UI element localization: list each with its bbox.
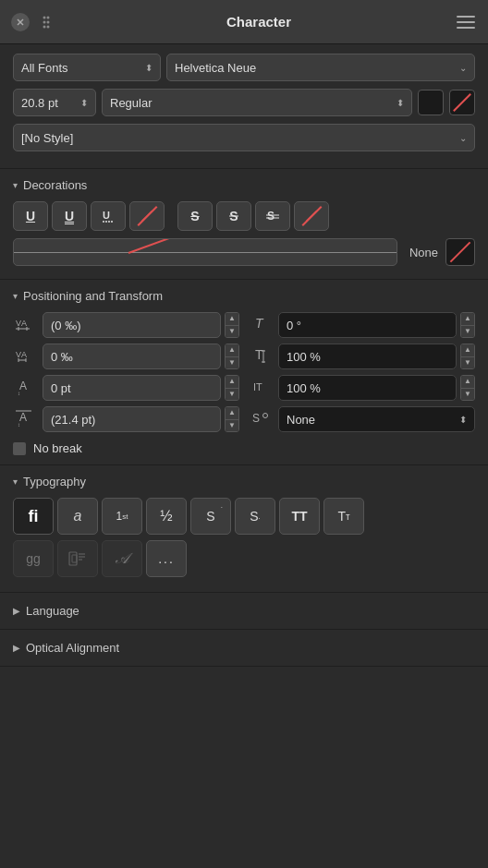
svg-point-6 [43,25,46,28]
optical-section[interactable]: ▶ Optical Alignment [0,630,488,667]
ligatures-button[interactable]: fi [13,498,54,535]
ordinal-button[interactable]: 1st [102,498,142,535]
optical-label: Optical Alignment [26,641,119,655]
leading-stepper[interactable]: ▲ ▼ [225,406,239,432]
baseline-input[interactable]: 0 pt [43,375,221,401]
stylistic-button[interactable] [57,540,98,577]
leading-value: (21.4 pt) [51,413,95,427]
svg-point-4 [43,20,46,23]
kerning-value: 0 ‰ [51,350,73,364]
hscale-stepper[interactable]: ▲ ▼ [460,375,475,401]
font-panel: All Fonts ⬍ Helvetica Neue ⌄ 20.8 pt ⬍ R… [0,44,488,169]
deco-color-swatch[interactable] [445,238,475,266]
close-button[interactable] [11,13,30,31]
italic-alt-button[interactable]: a [57,498,98,535]
no-break-label: No break [33,441,82,455]
tracking-up[interactable]: ▲ [226,313,238,326]
font-color-swatch[interactable] [418,90,444,115]
positioning-header[interactable]: ▾ Positioning and Transform [13,289,475,303]
svg-text:A: A [21,319,27,328]
font-family-select[interactable]: Helvetica Neue ⌄ [166,54,475,81]
opentype-input[interactable]: None ⬍ [278,406,475,432]
decorations-header[interactable]: ▾ Decorations [13,178,475,192]
baseline-up[interactable]: ▲ [226,376,238,389]
tracking-down[interactable]: ▼ [226,326,238,338]
hscale-input[interactable]: 100 % [278,375,457,401]
typography-panel: ▾ Typography fi a 1st ½ S· S. TT Tт gg [0,465,488,593]
leading-row: A ↕ (21.4 pt) ▲ ▼ [13,406,239,432]
strikethrough-single-button[interactable]: S [216,201,251,231]
font-style-select[interactable]: Regular ⬍ [102,89,412,116]
kerning-icon: V A [13,344,39,369]
kerning-input[interactable]: 0 ‰ [43,344,221,369]
menu-button[interactable] [455,11,477,33]
baseline-stepper[interactable]: ▲ ▼ [225,375,239,401]
no-break-checkbox[interactable] [13,442,26,455]
hscale-row: IT 100 % ▲ ▼ [249,375,475,401]
rotation-input[interactable]: 0 ° [278,312,457,338]
underline-button[interactable]: U [13,201,48,231]
typography-row2: gg 𝒜 ... [13,540,475,577]
language-section[interactable]: ▶ Language [0,593,488,630]
altglyphs-button[interactable]: gg [13,540,54,577]
swash-button[interactable]: 𝒜 [102,540,142,577]
inferior-button[interactable]: S. [235,498,275,535]
vscale-input[interactable]: 100 % [278,344,457,369]
baseline-icon: A ↕ [13,375,39,401]
more-button[interactable]: ... [146,540,187,577]
vscale-down[interactable]: ▼ [461,357,474,369]
smallcaps-button[interactable]: Tт [323,498,364,535]
font-style-value: Regular [110,96,152,110]
strikethrough-double-button[interactable]: S [255,201,290,231]
no-strikethrough-button[interactable] [294,201,329,231]
underline-thick-button[interactable]: U [91,201,126,231]
deco-buttons-row: U U U S S S [13,201,475,231]
hscale-down[interactable]: ▼ [461,389,474,401]
drag-handle [37,13,55,31]
allcaps-button[interactable]: TT [279,498,320,535]
fraction-button[interactable]: ½ [146,498,187,535]
svg-point-5 [47,20,50,23]
svg-text:↕: ↕ [18,391,20,396]
superior-button[interactable]: S· [190,498,231,535]
svg-line-13 [141,211,152,222]
typography-chevron: ▾ [13,476,18,487]
svg-text:S: S [252,412,260,425]
strikethrough-button[interactable]: S [177,201,213,231]
tracking-input[interactable]: (0 ‰) [43,312,221,338]
rotation-stepper[interactable]: ▲ ▼ [460,312,475,338]
kerning-down[interactable]: ▼ [226,357,238,369]
svg-text:↕: ↕ [18,422,20,428]
baseline-down[interactable]: ▼ [226,389,238,401]
baseline-row: A ↕ 0 pt ▲ ▼ [13,375,239,401]
language-header: ▶ Language [13,604,475,618]
no-underline-button[interactable] [129,201,165,231]
rotation-up[interactable]: ▲ [461,313,474,326]
kerning-up[interactable]: ▲ [226,344,238,357]
font-collection-select[interactable]: All Fonts ⬍ [13,54,161,81]
svg-point-3 [47,16,50,18]
leading-input[interactable]: (21.4 pt) [43,406,221,432]
vscale-row: T 100 % ▲ ▼ [249,344,475,369]
rotation-down[interactable]: ▼ [461,326,474,338]
font-nostyle-select[interactable]: [No Style] ⌄ [13,124,475,151]
vscale-up[interactable]: ▲ [461,344,474,357]
svg-text:A: A [19,380,27,392]
font-size-select[interactable]: 20.8 pt ⬍ [13,89,96,116]
typography-header[interactable]: ▾ Typography [13,475,475,488]
underline-dotted-button[interactable]: U [52,201,87,231]
font-family-arrow: ⌄ [459,63,467,73]
svg-rect-41 [69,552,77,565]
hscale-up[interactable]: ▲ [461,376,474,389]
tracking-stepper[interactable]: ▲ ▼ [225,312,239,338]
leading-up[interactable]: ▲ [226,407,238,420]
baseline-value: 0 pt [51,381,71,395]
svg-text:A: A [21,350,27,359]
deco-line-picker[interactable] [13,238,397,266]
positioning-right: T 0 ° ▲ ▼ T [249,312,475,438]
leading-down[interactable]: ▼ [226,420,238,432]
kerning-stepper[interactable]: ▲ ▼ [225,344,239,369]
rotation-value: 0 ° [287,319,301,332]
font-stroke-swatch[interactable] [449,90,475,115]
vscale-stepper[interactable]: ▲ ▼ [460,344,475,369]
